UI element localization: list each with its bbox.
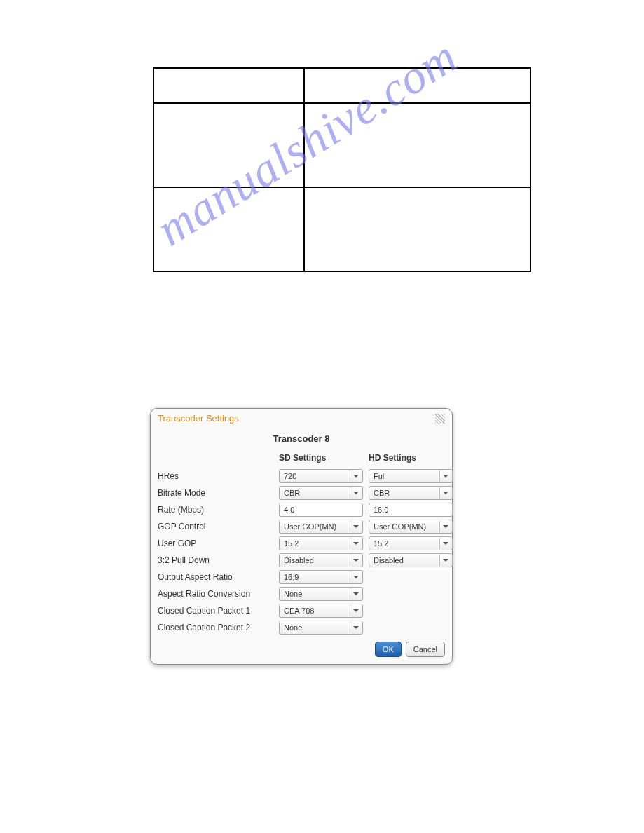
- bitrate-mode-label: Bitrate Mode: [158, 488, 273, 498]
- rate-hd-input[interactable]: 16.0: [369, 503, 453, 517]
- bitrate-mode-sd-select[interactable]: CBR: [279, 486, 363, 500]
- hd-column-header: HD Settings: [369, 453, 453, 466]
- chevron-down-icon: [439, 487, 451, 499]
- chevron-down-icon: [439, 555, 451, 566]
- chevron-down-icon: [350, 605, 361, 616]
- output-aspect-label: Output Aspect Ratio: [158, 572, 273, 582]
- chevron-down-icon: [350, 487, 361, 499]
- gop-control-sd-select[interactable]: User GOP(MN): [279, 520, 363, 534]
- gop-control-hd-select[interactable]: User GOP(MN): [369, 520, 453, 534]
- pulldown-label: 3:2 Pull Down: [158, 555, 273, 565]
- rate-sd-input[interactable]: 4.0: [279, 503, 363, 517]
- chevron-down-icon: [350, 470, 361, 482]
- chevron-down-icon: [439, 521, 451, 532]
- close-icon[interactable]: [435, 414, 445, 424]
- pulldown-hd-select[interactable]: Disabled: [369, 553, 453, 567]
- cc1-label: Closed Caption Packet 1: [158, 606, 273, 616]
- chevron-down-icon: [350, 538, 361, 549]
- chevron-down-icon: [439, 470, 451, 482]
- sd-column-header: SD Settings: [279, 453, 363, 466]
- user-gop-sd-select[interactable]: 15 2: [279, 536, 363, 550]
- user-gop-hd-select[interactable]: 15 2: [369, 536, 453, 550]
- bitrate-mode-hd-select[interactable]: CBR: [369, 486, 453, 500]
- chevron-down-icon: [350, 588, 361, 600]
- ok-button[interactable]: OK: [375, 642, 402, 657]
- dialog-title: Transcoder Settings: [158, 413, 239, 424]
- chevron-down-icon: [350, 571, 361, 583]
- cc1-sd-select[interactable]: CEA 708: [279, 604, 363, 618]
- chevron-down-icon: [350, 555, 361, 566]
- dialog-subtitle: Transcoder 8: [158, 433, 445, 444]
- rate-label: Rate (Mbps): [158, 505, 273, 515]
- gop-control-label: GOP Control: [158, 522, 273, 531]
- pulldown-sd-select[interactable]: Disabled: [279, 553, 363, 567]
- output-aspect-sd-select[interactable]: 16:9: [279, 570, 363, 584]
- hres-hd-select[interactable]: Full: [369, 469, 453, 483]
- chevron-down-icon: [350, 622, 361, 633]
- aspect-conv-label: Aspect Ratio Conversion: [158, 589, 273, 599]
- aspect-conv-sd-select[interactable]: None: [279, 587, 363, 601]
- transcoder-settings-dialog: Transcoder Settings Transcoder 8 SD Sett…: [150, 408, 453, 665]
- hres-sd-select[interactable]: 720: [279, 469, 363, 483]
- reference-table: [153, 67, 531, 272]
- cc2-sd-select[interactable]: None: [279, 621, 363, 635]
- cancel-button[interactable]: Cancel: [406, 642, 445, 657]
- hres-label: HRes: [158, 471, 273, 481]
- user-gop-label: User GOP: [158, 539, 273, 548]
- chevron-down-icon: [350, 521, 361, 532]
- cc2-label: Closed Caption Packet 2: [158, 623, 273, 632]
- chevron-down-icon: [439, 538, 451, 549]
